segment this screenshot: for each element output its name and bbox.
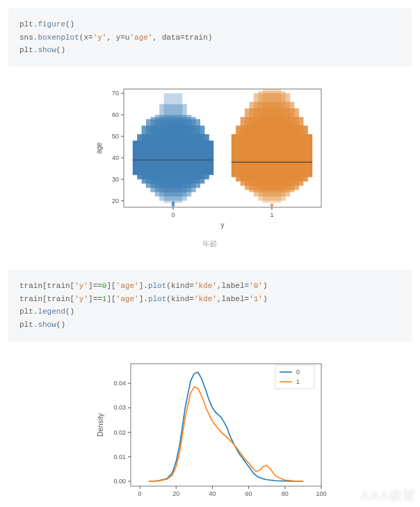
svg-text:40: 40 <box>112 154 119 161</box>
svg-text:40: 40 <box>209 490 216 497</box>
caption-1: 年龄 <box>8 239 412 249</box>
svg-text:0.01: 0.01 <box>113 453 126 460</box>
svg-text:20: 20 <box>112 198 119 204</box>
kde-chart: 0.000.010.020.030.04Density0204060801000… <box>8 358 412 507</box>
svg-text:0: 0 <box>138 490 142 497</box>
svg-text:y: y <box>221 221 225 229</box>
svg-text:0.03: 0.03 <box>113 404 126 411</box>
kde-svg: 0.000.010.020.030.04Density0204060801000… <box>92 358 328 504</box>
svg-text:1: 1 <box>296 378 300 385</box>
svg-text:0.04: 0.04 <box>113 380 126 387</box>
svg-text:Density: Density <box>97 413 104 436</box>
svg-text:70: 70 <box>112 90 119 97</box>
svg-text:1: 1 <box>270 211 273 218</box>
svg-text:100: 100 <box>316 490 326 497</box>
svg-text:0.00: 0.00 <box>113 478 126 485</box>
svg-text:age: age <box>95 142 103 154</box>
svg-text:80: 80 <box>282 490 289 497</box>
svg-rect-26 <box>133 140 213 175</box>
svg-text:50: 50 <box>112 133 119 140</box>
code-block-1: plt.figure() sns.boxenplot(x='y', y=u'ag… <box>8 8 412 67</box>
boxen-svg: 203040506070age01y <box>92 83 328 230</box>
svg-text:60: 60 <box>245 490 252 497</box>
boxen-chart: 203040506070age01y 年龄 <box>8 83 412 249</box>
svg-text:0.02: 0.02 <box>113 428 126 435</box>
svg-text:30: 30 <box>112 176 119 183</box>
svg-rect-35 <box>232 134 312 177</box>
svg-text:60: 60 <box>112 111 119 118</box>
svg-text:0: 0 <box>296 369 300 376</box>
svg-text:20: 20 <box>172 490 179 497</box>
svg-rect-61 <box>275 365 314 389</box>
code-block-2: train[train['y']==0]['age'].plot(kind='k… <box>8 270 412 341</box>
svg-text:0: 0 <box>171 211 175 218</box>
